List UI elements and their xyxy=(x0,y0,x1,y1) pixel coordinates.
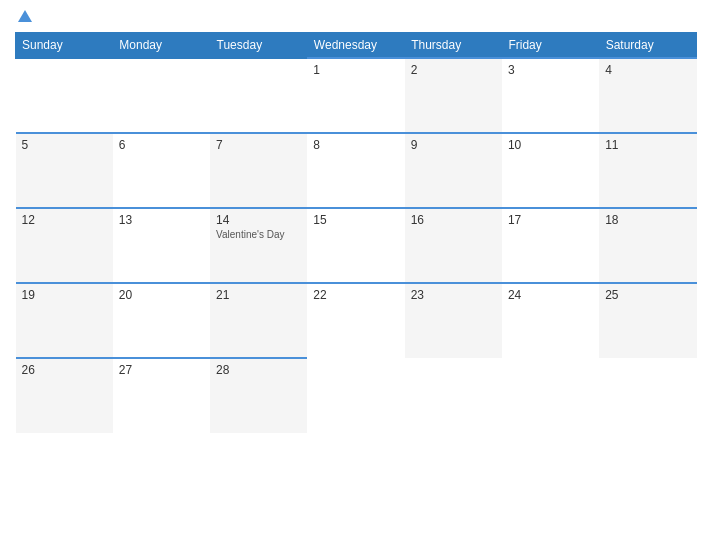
calendar-day-cell: 9 xyxy=(405,133,502,208)
calendar-day-cell: 5 xyxy=(16,133,113,208)
calendar-day-cell: 2 xyxy=(405,58,502,133)
day-number: 16 xyxy=(411,213,496,227)
weekday-header-sunday: Sunday xyxy=(16,33,113,59)
holiday-label: Valentine's Day xyxy=(216,229,301,240)
weekday-header-thursday: Thursday xyxy=(405,33,502,59)
day-number: 5 xyxy=(22,138,107,152)
day-number: 8 xyxy=(313,138,398,152)
weekday-header-wednesday: Wednesday xyxy=(307,33,404,59)
weekday-header-monday: Monday xyxy=(113,33,210,59)
day-number: 18 xyxy=(605,213,690,227)
day-number: 6 xyxy=(119,138,204,152)
day-number: 13 xyxy=(119,213,204,227)
calendar-day-cell: 13 xyxy=(113,208,210,283)
calendar-day-cell: 25 xyxy=(599,283,696,358)
calendar-day-cell: 26 xyxy=(16,358,113,433)
weekday-header-friday: Friday xyxy=(502,33,599,59)
calendar-day-cell: 19 xyxy=(16,283,113,358)
day-number: 4 xyxy=(605,63,690,77)
day-number: 1 xyxy=(313,63,398,77)
logo-triangle-icon xyxy=(18,10,32,22)
calendar-day-cell xyxy=(405,358,502,433)
calendar-week-row: 121314Valentine's Day15161718 xyxy=(16,208,697,283)
day-number: 11 xyxy=(605,138,690,152)
calendar-day-cell: 11 xyxy=(599,133,696,208)
calendar-container: SundayMondayTuesdayWednesdayThursdayFrid… xyxy=(0,0,712,550)
calendar-day-cell xyxy=(113,58,210,133)
day-number: 7 xyxy=(216,138,301,152)
calendar-week-row: 262728 xyxy=(16,358,697,433)
calendar-day-cell: 7 xyxy=(210,133,307,208)
calendar-day-cell xyxy=(16,58,113,133)
day-number: 28 xyxy=(216,363,301,377)
calendar-day-cell xyxy=(502,358,599,433)
day-number: 9 xyxy=(411,138,496,152)
calendar-day-cell xyxy=(210,58,307,133)
calendar-day-cell: 18 xyxy=(599,208,696,283)
weekday-header-tuesday: Tuesday xyxy=(210,33,307,59)
day-number: 14 xyxy=(216,213,301,227)
day-number: 26 xyxy=(22,363,107,377)
calendar-week-row: 567891011 xyxy=(16,133,697,208)
calendar-day-cell: 6 xyxy=(113,133,210,208)
calendar-day-cell: 24 xyxy=(502,283,599,358)
day-number: 15 xyxy=(313,213,398,227)
day-number: 19 xyxy=(22,288,107,302)
calendar-week-row: 1234 xyxy=(16,58,697,133)
day-number: 21 xyxy=(216,288,301,302)
calendar-day-cell: 10 xyxy=(502,133,599,208)
calendar-day-cell: 17 xyxy=(502,208,599,283)
day-number: 22 xyxy=(313,288,398,302)
calendar-header xyxy=(15,10,697,24)
day-number: 10 xyxy=(508,138,593,152)
weekday-header-saturday: Saturday xyxy=(599,33,696,59)
day-number: 12 xyxy=(22,213,107,227)
day-number: 27 xyxy=(119,363,204,377)
weekday-header-row: SundayMondayTuesdayWednesdayThursdayFrid… xyxy=(16,33,697,59)
day-number: 24 xyxy=(508,288,593,302)
day-number: 3 xyxy=(508,63,593,77)
calendar-day-cell: 22 xyxy=(307,283,404,358)
calendar-day-cell: 23 xyxy=(405,283,502,358)
day-number: 17 xyxy=(508,213,593,227)
day-number: 25 xyxy=(605,288,690,302)
calendar-day-cell: 8 xyxy=(307,133,404,208)
day-number: 2 xyxy=(411,63,496,77)
calendar-day-cell: 16 xyxy=(405,208,502,283)
calendar-day-cell: 4 xyxy=(599,58,696,133)
calendar-day-cell xyxy=(307,358,404,433)
calendar-table: SundayMondayTuesdayWednesdayThursdayFrid… xyxy=(15,32,697,433)
day-number: 20 xyxy=(119,288,204,302)
day-number: 23 xyxy=(411,288,496,302)
calendar-day-cell: 14Valentine's Day xyxy=(210,208,307,283)
calendar-day-cell: 3 xyxy=(502,58,599,133)
calendar-week-row: 19202122232425 xyxy=(16,283,697,358)
calendar-day-cell: 21 xyxy=(210,283,307,358)
calendar-day-cell: 1 xyxy=(307,58,404,133)
calendar-day-cell: 28 xyxy=(210,358,307,433)
calendar-day-cell xyxy=(599,358,696,433)
calendar-day-cell: 12 xyxy=(16,208,113,283)
calendar-day-cell: 27 xyxy=(113,358,210,433)
calendar-day-cell: 20 xyxy=(113,283,210,358)
logo xyxy=(15,10,32,24)
calendar-day-cell: 15 xyxy=(307,208,404,283)
